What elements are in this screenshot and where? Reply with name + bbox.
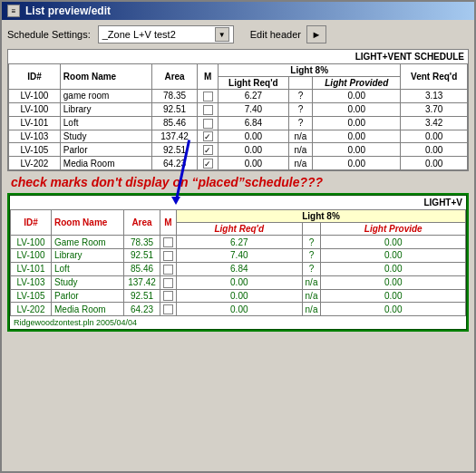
checkbox-checked[interactable] <box>203 159 213 169</box>
table-row: LV-100 game room 78.35 6.27 ? 0.00 3.13 <box>9 90 468 103</box>
cell-room: Parlor <box>60 143 151 157</box>
cell-room: Media Room <box>60 157 151 170</box>
cell-area: 85.46 <box>151 116 198 130</box>
col-header-ventreq: Vent Req'd <box>401 64 468 90</box>
cell-lightreq: 6.27 <box>219 90 289 103</box>
alert-text: check marks don't display on “placed”sch… <box>7 175 469 189</box>
cell-ventreq: 0.00 <box>401 157 468 170</box>
cell-id: LV-103 <box>9 130 61 143</box>
upper-table-wrapper: LIGHT+VENT SCHEDULE ID# Room Name Area M… <box>7 49 469 171</box>
lower-cell-id: LV-100 <box>11 236 52 249</box>
lower-table-row: LV-101 Loft 85.46 6.84 ? 0.00 <box>11 262 466 275</box>
lower-col-header-area: Area <box>124 210 160 236</box>
cell-m <box>198 102 219 116</box>
lower-table-row: LV-103 Study 137.42 0.00 n/a 0.00 <box>11 275 466 289</box>
col-header-m: M <box>198 64 219 90</box>
lower-cell-room: Game Room <box>52 236 124 249</box>
cell-lightprov: 0.00 <box>313 130 401 143</box>
checkbox-checked[interactable] <box>203 145 213 155</box>
lower-footer: Ridgewoodzontest.pln 2005/04/04 <box>10 316 466 329</box>
cell-id: LV-101 <box>9 116 61 130</box>
lower-table-inner: LIGHT+V ID# Room Name Area M Light 8% <box>10 196 466 329</box>
cell-lightreq: 0.00 <box>219 157 289 170</box>
edit-header-label: Edit header <box>250 29 301 40</box>
cell-q: n/a <box>288 130 312 143</box>
col-header-id: ID# <box>9 64 61 90</box>
window-title: List preview/edit <box>25 5 111 17</box>
lower-checkbox[interactable] <box>163 251 173 261</box>
lower-schedule-title: LIGHT+V <box>10 196 466 209</box>
cell-q: ? <box>288 116 312 130</box>
table-row: LV-100 Library 92.51 7.40 ? 0.00 3.70 <box>9 102 468 116</box>
cell-lightprov: 0.00 <box>313 116 401 130</box>
main-content: Schedule Settings: _Zone L+V test2 ▼ Edi… <box>2 20 474 337</box>
schedule-settings-label: Schedule Settings: <box>7 29 91 40</box>
lower-checkbox[interactable] <box>163 291 173 301</box>
cell-area: 78.35 <box>151 90 198 103</box>
cell-q: n/a <box>288 157 312 170</box>
cell-lightreq: 7.40 <box>219 102 289 116</box>
cell-lightreq: 0.00 <box>219 130 289 143</box>
dropdown-value: _Zone L+V test2 <box>102 29 176 40</box>
lower-table-row: LV-202 Media Room 64.23 0.00 n/a 0.00 <box>11 303 466 316</box>
cell-ventreq: 3.13 <box>401 90 468 103</box>
cell-lightprov: 0.00 <box>313 157 401 170</box>
dropdown-arrow-icon[interactable]: ▼ <box>215 27 229 42</box>
lower-cell-lightprov: 0.00 <box>321 236 466 249</box>
cell-lightprov: 0.00 <box>313 102 401 116</box>
col-sub-lightreq: Light Req'd <box>219 77 289 90</box>
lower-cell-lightreq: 6.27 <box>177 236 303 249</box>
lower-table-row: LV-105 Parlor 92.51 0.00 n/a 0.00 <box>11 289 466 303</box>
checkbox[interactable] <box>203 92 213 101</box>
cell-id: LV-100 <box>9 90 61 103</box>
col-header-light8: Light 8% <box>219 64 401 77</box>
lower-checkbox[interactable] <box>163 265 173 275</box>
checkbox-checked[interactable] <box>203 131 213 141</box>
cell-m <box>198 90 219 103</box>
cell-room: Library <box>60 102 151 116</box>
cell-ventreq: 0.00 <box>401 130 468 143</box>
lower-cell-q: ? <box>302 236 321 249</box>
cell-m <box>198 116 219 130</box>
col-sub-q <box>288 77 312 90</box>
cell-m <box>198 157 219 170</box>
checkbox[interactable] <box>203 105 213 115</box>
lower-col-sub-q <box>302 223 321 236</box>
table-row: LV-103 Study 137.42 0.00 n/a 0.00 0.00 <box>9 130 468 143</box>
edit-header-button[interactable]: ► <box>306 25 326 43</box>
cell-q: ? <box>288 90 312 103</box>
cell-room: Loft <box>60 116 151 130</box>
cell-q: ? <box>288 102 312 116</box>
upper-schedule-title: LIGHT+VENT SCHEDULE <box>8 50 468 63</box>
lower-col-header-m: M <box>160 210 177 236</box>
checkbox[interactable] <box>203 119 213 129</box>
cell-m <box>198 130 219 143</box>
cell-q: n/a <box>288 143 312 157</box>
cell-lightreq: 6.84 <box>219 116 289 130</box>
lower-col-header-light8: Light 8% <box>177 210 466 223</box>
arrow-head-icon <box>171 197 180 205</box>
schedule-settings-row: Schedule Settings: _Zone L+V test2 ▼ Edi… <box>7 25 469 43</box>
col-header-room: Room Name <box>60 64 151 90</box>
lower-checkbox[interactable] <box>163 278 173 288</box>
cell-lightreq: 0.00 <box>219 143 289 157</box>
cell-id: LV-202 <box>9 157 61 170</box>
cell-ventreq: 3.42 <box>401 116 468 130</box>
cell-area: 137.42 <box>151 130 198 143</box>
lower-cell-m <box>160 236 177 249</box>
cell-area: 64.23 <box>151 157 198 170</box>
title-bar: ≡ List preview/edit <box>2 2 474 20</box>
cell-lightprov: 0.00 <box>313 90 401 103</box>
lower-col-sub-lightprov: Light Provide <box>321 223 466 236</box>
lower-checkbox[interactable] <box>163 304 173 314</box>
cell-area: 92.51 <box>151 102 198 116</box>
col-header-area: Area <box>151 64 198 90</box>
cell-room: Study <box>60 130 151 143</box>
lower-table: ID# Room Name Area M Light 8% Light Req'… <box>10 209 466 316</box>
lower-checkbox[interactable] <box>163 237 173 247</box>
lower-col-sub-lightreq: Light Req'd <box>177 223 303 236</box>
upper-table: ID# Room Name Area M Light 8% Vent Req'd… <box>8 63 468 170</box>
lower-table-row: LV-100 Game Room 78.35 6.27 ? 0.00 <box>11 236 466 249</box>
schedule-dropdown[interactable]: _Zone L+V test2 ▼ <box>98 25 234 43</box>
cell-lightprov: 0.00 <box>313 143 401 157</box>
